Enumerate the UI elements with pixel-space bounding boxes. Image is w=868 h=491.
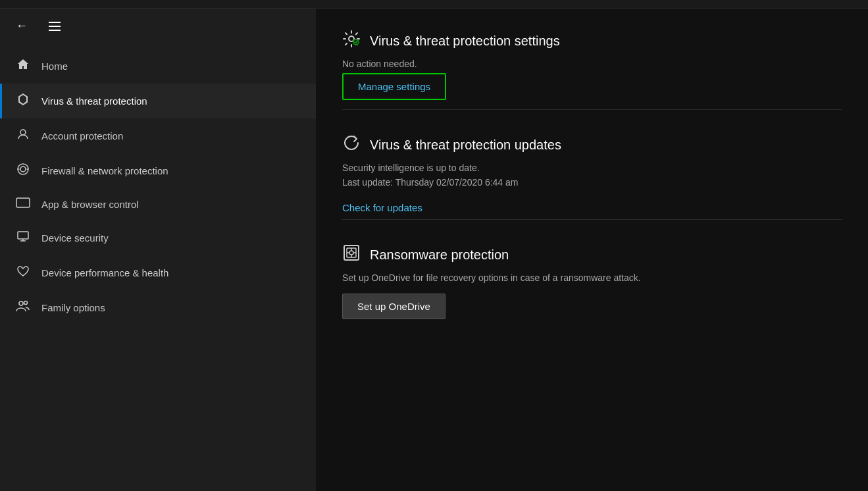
nav-label-home: Home <box>41 61 68 72</box>
section-sub-updates: Last update: Thursday 02/07/2020 6:44 am <box>342 177 842 188</box>
sidebar-item-device-security[interactable]: Device security <box>0 220 316 255</box>
nav-icon-family <box>15 299 31 316</box>
nav-icon-home <box>15 58 31 74</box>
back-button[interactable]: ← <box>11 16 33 36</box>
nav-icon-firewall <box>15 163 31 179</box>
sidebar-top: ← <box>0 9 316 43</box>
svg-point-0 <box>20 130 26 135</box>
svg-point-9 <box>19 301 23 305</box>
section-settings: Virus & threat protection settings No ac… <box>342 30 842 110</box>
section-icon-settings <box>342 30 361 52</box>
sidebar-item-home[interactable]: Home <box>0 49 316 84</box>
section-desc-updates: Security intelligence is up to date. <box>342 163 842 173</box>
section-updates: Virus & threat protection updates Securi… <box>342 134 842 220</box>
section-desc-ransomware: Set up OneDrive for file recovery option… <box>342 272 842 283</box>
hamburger-line <box>49 22 61 23</box>
svg-point-10 <box>24 301 28 305</box>
nav-label-device-health: Device performance & health <box>41 267 168 278</box>
section-icon-updates <box>342 134 361 156</box>
hamburger-button[interactable] <box>43 18 66 35</box>
svg-point-16 <box>349 251 353 255</box>
nav-label-account: Account protection <box>41 130 123 142</box>
section-header-settings: Virus & threat protection settings <box>342 30 842 52</box>
sidebar-item-account[interactable]: Account protection <box>0 118 316 153</box>
app-body: ← HomeVirus & threat protectionAccount p… <box>0 9 868 491</box>
nav-icon-device-security <box>15 230 31 246</box>
section-title-ransomware: Ransomware protection <box>370 247 509 263</box>
section-header-ransomware: Ransomware protection <box>342 244 842 266</box>
nav-label-family: Family options <box>41 302 105 313</box>
section-icon-ransomware <box>342 244 361 266</box>
section-title-updates: Virus & threat protection updates <box>370 138 561 153</box>
nav-icon-device-health <box>15 265 31 281</box>
setup-onedrive-button[interactable]: Set up OneDrive <box>342 294 446 319</box>
svg-rect-5 <box>16 198 30 207</box>
nav-label-browser: App & browser control <box>41 199 139 210</box>
sidebar-item-virus[interactable]: Virus & threat protection <box>0 84 316 118</box>
nav-label-device-security: Device security <box>41 232 109 244</box>
manage-settings-button[interactable]: Manage settings <box>342 73 446 100</box>
hamburger-line <box>49 26 61 27</box>
nav-icon-account <box>15 128 31 144</box>
section-header-updates: Virus & threat protection updates <box>342 134 842 156</box>
sidebar-item-firewall[interactable]: Firewall & network protection <box>0 153 316 188</box>
sidebar-item-family[interactable]: Family options <box>0 290 316 325</box>
titlebar <box>0 0 868 9</box>
svg-rect-6 <box>18 232 28 239</box>
sidebar-nav: HomeVirus & threat protectionAccount pro… <box>0 43 316 491</box>
main-content: Virus & threat protection settings No ac… <box>316 9 868 491</box>
svg-point-2 <box>20 167 26 172</box>
sidebar-item-device-health[interactable]: Device performance & health <box>0 255 316 290</box>
hamburger-line <box>49 30 61 31</box>
sidebar-item-browser[interactable]: App & browser control <box>0 188 316 220</box>
nav-label-firewall: Firewall & network protection <box>41 165 168 176</box>
check-for-updates-link[interactable]: Check for updates <box>342 202 422 213</box>
section-title-settings: Virus & threat protection settings <box>370 34 560 49</box>
section-ransomware: Ransomware protection Set up OneDrive fo… <box>342 244 842 319</box>
nav-label-virus: Virus & threat protection <box>41 95 147 107</box>
nav-icon-virus <box>15 93 31 109</box>
section-divider <box>342 219 842 220</box>
sidebar: ← HomeVirus & threat protectionAccount p… <box>0 9 316 491</box>
section-divider <box>342 109 842 110</box>
nav-icon-browser <box>15 197 31 211</box>
section-desc-settings: No action needed. <box>342 59 842 69</box>
